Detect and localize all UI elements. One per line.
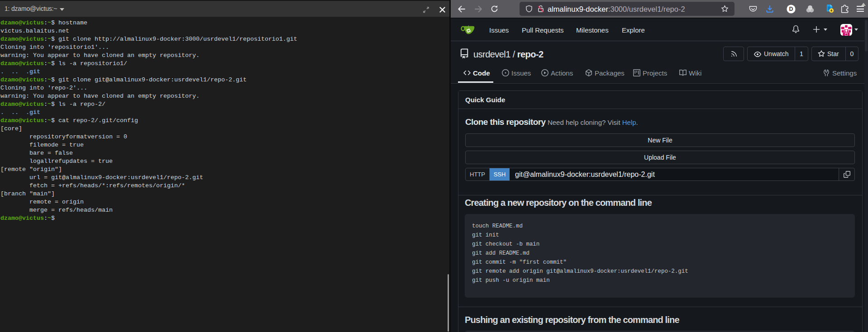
svg-text:D: D [789,6,793,12]
